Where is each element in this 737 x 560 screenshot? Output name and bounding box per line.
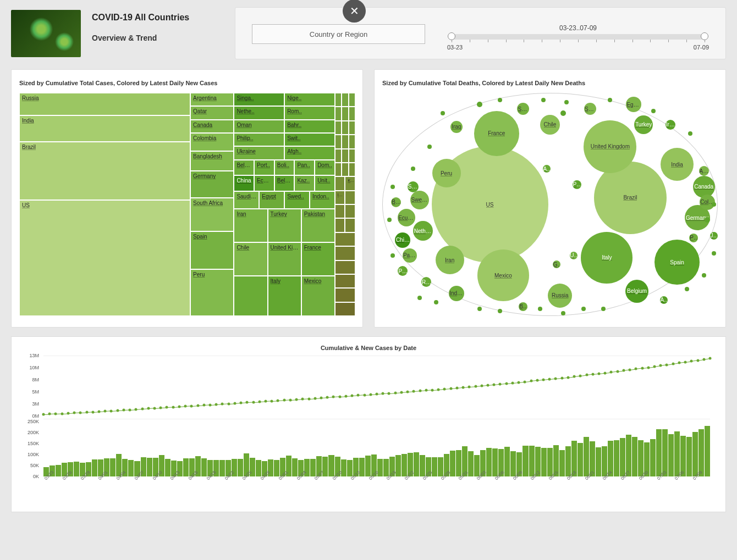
bubble[interactable]: Por.. (573, 180, 581, 189)
bubble[interactable]: Italy (581, 232, 632, 284)
treemap-cell[interactable]: Indon.. (310, 191, 335, 209)
bubble-small[interactable] (564, 100, 569, 104)
treemap-cell[interactable] (349, 135, 355, 148)
treemap-cell[interactable]: Afgh.. (284, 146, 335, 159)
bubble[interactable]: Boli.. (391, 197, 401, 207)
treemap-cell[interactable]: Brazil (19, 142, 190, 200)
treemap-cell[interactable]: Swit.. (284, 133, 335, 146)
bubble[interactable]: Al.. (543, 165, 551, 173)
bubble-chart[interactable]: USBrazilUnited KingdomItalyMexicoFranceS… (382, 93, 718, 316)
treemap-cell[interactable] (335, 260, 355, 274)
treemap-cell[interactable]: Port.. (254, 160, 274, 175)
bubble[interactable]: Iraq (450, 121, 463, 133)
bubble[interactable]: Chile (540, 115, 560, 135)
bubble[interactable]: Gu.. (553, 260, 560, 268)
bubble-small[interactable] (417, 296, 422, 300)
bubble[interactable]: Swit.. (408, 181, 419, 192)
bubble[interactable]: Irel.. (666, 120, 675, 130)
treemap-cell[interactable]: Nethe.. (234, 106, 284, 119)
bubble[interactable]: Mexico (477, 249, 529, 301)
treemap-cell[interactable]: Unit.. (315, 175, 335, 191)
treemap-cell[interactable]: Belar.. (234, 160, 254, 175)
treemap-cell[interactable]: US (19, 200, 190, 316)
treemap-cell[interactable] (349, 163, 355, 176)
treemap-cell[interactable]: Colombia (190, 133, 234, 151)
line-point[interactable] (709, 357, 712, 359)
bubble[interactable]: Canada (693, 176, 715, 198)
slider-handle-end[interactable] (701, 32, 708, 40)
bubble[interactable]: Sau.. (517, 103, 529, 115)
close-filter-button[interactable]: ✕ (343, 0, 366, 23)
bubble[interactable]: Sweden (410, 191, 429, 209)
bubble[interactable]: Ban.. (519, 302, 527, 311)
bubble-small[interactable] (498, 309, 502, 313)
bubble-small[interactable] (391, 253, 395, 258)
bubble-small[interactable] (541, 98, 546, 102)
treemap-cell[interactable]: Mexico (301, 276, 335, 316)
bar[interactable] (656, 429, 662, 476)
treemap-cell[interactable] (335, 218, 345, 232)
treemap-cell[interactable]: Egypt (259, 191, 284, 209)
treemap-cell[interactable] (335, 274, 355, 288)
treemap-cell[interactable] (335, 149, 342, 163)
slider-handle-start[interactable] (448, 32, 455, 40)
bubble-small[interactable] (688, 131, 692, 136)
bubble-small[interactable] (477, 307, 482, 311)
treemap-cell[interactable]: Bahr.. (284, 120, 335, 133)
treemap-cell[interactable]: Peru (190, 269, 234, 316)
treemap-cell[interactable] (335, 176, 345, 190)
bubble[interactable]: Pakistan (403, 248, 417, 263)
bubble[interactable]: Russia (548, 284, 572, 308)
treemap-cell[interactable]: China (234, 175, 254, 191)
treemap-cell[interactable] (335, 246, 355, 260)
treemap-cell[interactable]: Ecua.. (254, 175, 274, 191)
bubble[interactable]: Ro.. (421, 277, 431, 287)
treemap-cell[interactable] (349, 121, 355, 135)
timeseries-chart[interactable]: 0M3M5M8M10M13M0K50K100K150K200K250K03/23… (43, 356, 710, 493)
bubble[interactable]: China (395, 232, 410, 248)
treemap-cell[interactable] (345, 204, 355, 218)
bubble[interactable]: Netherlan.. (413, 221, 433, 241)
treemap-cell[interactable] (342, 149, 348, 163)
bubble[interactable]: Peru (432, 159, 461, 187)
bubble-small[interactable] (651, 109, 656, 113)
slider-track[interactable] (452, 34, 705, 40)
treemap-cell[interactable] (349, 107, 355, 120)
bubble-small[interactable] (560, 110, 566, 116)
treemap-cell[interactable] (345, 191, 355, 204)
bubble-small[interactable] (427, 145, 432, 149)
bubble[interactable]: Iran (436, 246, 464, 274)
treemap-cell[interactable]: Canada (190, 120, 234, 133)
region-dropdown[interactable]: Country or Region (252, 24, 425, 44)
treemap-cell[interactable] (345, 218, 355, 232)
treemap-cell[interactable]: India (19, 115, 190, 142)
treemap-cell[interactable] (335, 204, 345, 218)
treemap-cell[interactable]: Iran (234, 209, 267, 242)
bubble-small[interactable] (581, 307, 586, 311)
treemap-cell[interactable]: Chile (234, 242, 267, 276)
bar[interactable] (674, 431, 680, 476)
treemap-cell[interactable] (335, 288, 355, 302)
treemap-cell[interactable]: Kaz.. (294, 175, 315, 191)
treemap-cell[interactable] (234, 276, 267, 316)
treemap-cell[interactable]: United King.. (268, 242, 301, 276)
bubble[interactable]: Spain (654, 240, 700, 285)
treemap-cell[interactable]: Boli.. (274, 160, 295, 175)
treemap-cell[interactable]: Qatar (190, 106, 234, 119)
bubble-small[interactable] (712, 251, 716, 256)
bubble-small[interactable] (498, 98, 502, 102)
treemap-cell[interactable]: Swed.. (284, 191, 310, 209)
treemap-cell[interactable]: South Africa (190, 198, 234, 231)
bubble-small[interactable] (441, 111, 445, 115)
treemap-cell[interactable]: Iraq (335, 191, 345, 204)
bubble[interactable]: Turkey (634, 115, 653, 134)
treemap-cell[interactable] (349, 149, 355, 163)
bubble-small[interactable] (685, 287, 689, 291)
bubble[interactable]: Phi.. (689, 234, 698, 242)
treemap-cell[interactable]: Philip.. (234, 133, 284, 146)
treemap-cell[interactable]: Dom.. (315, 160, 335, 175)
bubble[interactable]: Ecuador (398, 209, 415, 226)
treemap-cell[interactable] (342, 135, 348, 148)
treemap-cell[interactable]: Rom.. (284, 106, 335, 119)
treemap-cell[interactable]: Belgi.. (274, 175, 295, 191)
